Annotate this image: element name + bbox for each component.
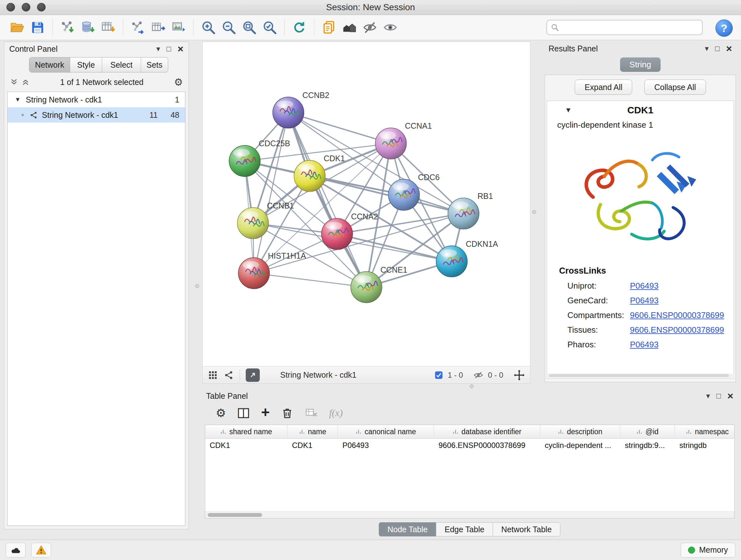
save-session-button[interactable] bbox=[27, 17, 48, 38]
splitter-handle[interactable] bbox=[532, 210, 536, 214]
export-image-icon bbox=[172, 20, 186, 35]
panel-close-icon[interactable]: × bbox=[726, 44, 732, 54]
tab-string[interactable]: String bbox=[620, 57, 661, 72]
tab-select[interactable]: Select bbox=[102, 57, 141, 72]
splitter-handle[interactable] bbox=[195, 284, 199, 288]
pan-crosshair-icon[interactable] bbox=[514, 369, 525, 381]
table-cell[interactable]: P06493 bbox=[338, 439, 434, 452]
toolbar-separator bbox=[52, 19, 53, 36]
export-image-button[interactable] bbox=[169, 17, 189, 38]
open-in-new-window-button[interactable] bbox=[246, 368, 260, 382]
import-network-file-button[interactable] bbox=[57, 17, 77, 38]
crosslink-value-link[interactable]: 9606.ENSP00000378699 bbox=[630, 310, 724, 320]
network-edge[interactable] bbox=[310, 176, 463, 213]
network-share-icon[interactable] bbox=[224, 370, 234, 380]
table-horizontal-scrollbar[interactable] bbox=[205, 511, 734, 518]
column-header[interactable]: @id bbox=[620, 425, 675, 438]
network-collection-row[interactable]: ▼ String Network - cdk1 1 bbox=[8, 92, 185, 107]
crosslink-value-link[interactable]: P06493 bbox=[630, 340, 659, 350]
apply-layout-button[interactable] bbox=[289, 17, 310, 38]
selected-checkbox-icon[interactable] bbox=[434, 371, 443, 380]
table-row[interactable]: CDK1CDK1P064939606.ENSP00000378699cyclin… bbox=[205, 439, 734, 452]
graphics-details-button[interactable] bbox=[380, 17, 401, 38]
table-cell[interactable]: CDK1 bbox=[205, 439, 287, 452]
network-options-gear-icon[interactable]: ⚙ bbox=[174, 77, 183, 87]
splitter-handle[interactable] bbox=[470, 384, 474, 388]
expand-all-icon[interactable] bbox=[21, 78, 30, 86]
collapse-all-button[interactable]: Collapse All bbox=[644, 79, 706, 95]
column-header[interactable]: canonical name bbox=[338, 425, 434, 438]
crosslink-value-link[interactable]: 9606.ENSP00000378699 bbox=[630, 325, 724, 335]
panel-undock-icon[interactable]: □ bbox=[166, 45, 172, 53]
panel-close-icon[interactable]: × bbox=[178, 44, 184, 54]
node-highlight bbox=[441, 249, 457, 257]
memory-button[interactable]: Memory bbox=[681, 543, 735, 557]
crosslink-value-link[interactable]: P06493 bbox=[630, 296, 659, 306]
open-session-button[interactable] bbox=[7, 17, 27, 38]
results-scrollbar[interactable] bbox=[548, 374, 733, 378]
protein-entry-header[interactable]: ▼ CDK1 bbox=[547, 101, 734, 119]
network-edge[interactable] bbox=[254, 113, 288, 273]
import-table-button[interactable] bbox=[98, 17, 118, 38]
node-highlight bbox=[326, 222, 342, 230]
warnings-button[interactable] bbox=[31, 543, 51, 557]
crosslink-row: Uniprot:P06493 bbox=[547, 278, 734, 293]
panel-undock-icon[interactable]: □ bbox=[717, 392, 721, 400]
annotation-eye-button[interactable] bbox=[360, 17, 380, 38]
control-panel: Control Panel ▾ □ × NetworkStyleSelectSe… bbox=[4, 42, 189, 530]
import-network-database-button[interactable] bbox=[77, 17, 98, 38]
network-canvas[interactable]: CCNB2CCNA1CDC25BCDK1CDC6RB1CCNB1CCNA2CDK… bbox=[203, 42, 530, 366]
tab-network-table[interactable]: Network Table bbox=[493, 522, 560, 537]
birdseye-grid-icon[interactable] bbox=[208, 370, 218, 380]
table-cell[interactable]: stringdb:9... bbox=[620, 439, 675, 452]
network-from-selection-button[interactable] bbox=[128, 17, 148, 38]
tree-expand-icon[interactable]: ▼ bbox=[15, 96, 21, 103]
network-edge[interactable] bbox=[254, 273, 366, 287]
scrollbar-thumb[interactable] bbox=[208, 513, 262, 517]
delete-column-trash-icon[interactable] bbox=[280, 407, 294, 420]
search-input[interactable] bbox=[562, 23, 698, 33]
collapse-all-icon[interactable] bbox=[10, 78, 18, 86]
panel-menu-icon[interactable]: ▾ bbox=[156, 45, 160, 53]
zoom-fit-button[interactable] bbox=[239, 17, 259, 38]
network-row-selected[interactable]: ● String Network - cdk1 11 48 bbox=[8, 107, 185, 123]
share-network-button[interactable] bbox=[319, 17, 339, 38]
export-table-button[interactable] bbox=[148, 17, 169, 38]
tab-node-table[interactable]: Node Table bbox=[379, 522, 436, 537]
entry-expand-icon[interactable]: ▼ bbox=[565, 106, 572, 114]
network-edge[interactable] bbox=[288, 113, 366, 287]
column-header[interactable]: namespac bbox=[675, 425, 735, 438]
tab-network[interactable]: Network bbox=[29, 57, 70, 72]
panel-close-icon[interactable]: × bbox=[727, 391, 733, 401]
panel-menu-icon[interactable]: ▾ bbox=[705, 45, 709, 52]
warning-icon bbox=[36, 545, 47, 556]
column-header[interactable]: database identifier bbox=[434, 425, 540, 438]
panel-undock-icon[interactable]: □ bbox=[715, 45, 720, 52]
column-header[interactable]: name bbox=[287, 425, 338, 438]
table-cell[interactable]: cyclin-dependent ... bbox=[540, 439, 620, 452]
tab-sets[interactable]: Sets bbox=[141, 57, 168, 72]
column-header[interactable]: description bbox=[540, 425, 620, 438]
table-cell[interactable]: stringdb bbox=[675, 439, 735, 452]
tab-style[interactable]: Style bbox=[70, 57, 102, 72]
panel-menu-icon[interactable]: ▾ bbox=[706, 392, 710, 400]
expand-all-button[interactable]: Expand All bbox=[575, 79, 632, 95]
help-button[interactable]: ? bbox=[716, 19, 733, 37]
tab-edge-table[interactable]: Edge Table bbox=[436, 522, 493, 537]
hidden-eye-slash-icon[interactable] bbox=[473, 370, 483, 380]
table-cell[interactable]: CDK1 bbox=[287, 439, 338, 452]
add-column-icon[interactable]: + bbox=[261, 405, 270, 420]
network-edge[interactable] bbox=[288, 113, 391, 144]
zoom-out-button[interactable] bbox=[219, 17, 239, 38]
column-header[interactable]: shared name bbox=[205, 425, 287, 438]
home-button[interactable] bbox=[339, 17, 360, 38]
cloud-status-button[interactable] bbox=[6, 543, 25, 557]
crosslink-value-link[interactable]: P06493 bbox=[630, 281, 659, 291]
node-highlight bbox=[242, 211, 258, 219]
table-cell[interactable]: 9606.ENSP00000378699 bbox=[434, 439, 540, 452]
zoom-selected-button[interactable] bbox=[259, 17, 280, 38]
show-columns-icon[interactable] bbox=[237, 407, 250, 420]
zoom-in-button[interactable] bbox=[198, 17, 219, 38]
table-settings-gear-icon[interactable]: ⚙ bbox=[216, 408, 226, 419]
hidden-count: 0 - 0 bbox=[488, 371, 503, 380]
